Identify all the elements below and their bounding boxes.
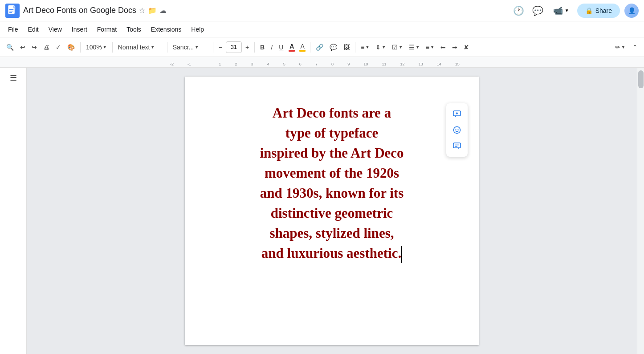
menu-bar: File Edit View Insert Format Tools Exten… [0,21,644,37]
side-toolbar [446,103,468,157]
menu-help[interactable]: Help [187,24,208,35]
menu-extensions[interactable]: Extensions [147,24,186,35]
collapse-button[interactable]: ⌃ [630,42,640,53]
bullet-list-icon: ☰ [409,44,415,51]
text-cursor [401,246,402,263]
ruler-numbers: -2-112 34567 89101112131415 [166,62,460,67]
history-icon[interactable]: 🕐 [511,4,526,18]
svg-point-9 [456,129,457,130]
text-color-button[interactable]: A [287,42,297,53]
font-size-input[interactable] [226,41,242,53]
content-line-1: Art Deco fonts are a [212,103,452,123]
zoom-value: 100% [86,44,102,51]
underline-button[interactable]: U [276,42,286,53]
page-content[interactable]: Art Deco fonts are a type of typeface in… [212,103,452,264]
menu-format[interactable]: Format [93,24,121,35]
edit-mode-area: ✏ ▼ ⌃ [612,42,640,53]
menu-view[interactable]: View [44,24,66,35]
indent-decrease-button[interactable]: ⬅ [438,42,448,53]
text-color-indicator [289,50,295,52]
highlight-button[interactable]: A [298,42,307,53]
content-line-3: inspired by the Art Deco [212,143,452,163]
chat-icon[interactable]: 💬 [530,4,545,18]
redo-button[interactable]: ↪ [29,42,40,53]
ruler-inner: -2-112 34567 89101112131415 [166,57,644,67]
checklist-button[interactable]: ☑ ▼ [389,42,405,53]
emoji-icon [452,126,461,134]
zoom-select[interactable]: 100% ▼ [83,42,110,53]
menu-tools[interactable]: Tools [122,24,146,35]
content-line-5: and 1930s, known for its [212,183,452,203]
italic-button[interactable]: I [268,42,275,53]
left-panel: ☰ [0,68,27,354]
scrollbar-area[interactable] [637,68,644,354]
title-bar: Art Deco Fonts on Google Docs ☆ 📁 ☁ 🕐 💬 … [0,0,644,21]
svg-point-10 [458,129,459,130]
bold-button[interactable]: B [257,42,267,53]
underline-label: U [279,44,283,51]
add-emoji-button[interactable] [450,123,464,137]
share-label: Share [595,7,612,14]
menu-edit[interactable]: Edit [24,24,43,35]
suggest-icon [452,142,461,151]
paint-format-button[interactable]: 🎨 [65,42,77,53]
doc-title[interactable]: Art Deco Fonts on Google Docs [23,6,136,15]
ruler: -2-112 34567 89101112131415 [0,57,644,68]
line-spacing-button[interactable]: ⇕ ▼ [373,42,388,53]
scroll-thumb[interactable] [638,70,644,88]
highlight-label: A [301,43,305,50]
bullet-list-button[interactable]: ☰ ▼ [406,42,422,53]
image-button[interactable]: 🖼 [341,42,352,53]
meet-button[interactable]: 📹 ▼ [550,4,573,17]
separator-6 [310,42,310,53]
search-button[interactable]: 🔍 [4,42,16,53]
pencil-icon: ✏ [615,44,620,51]
align-button[interactable]: ≡ ▼ [358,42,372,53]
add-comment-button[interactable] [450,107,464,121]
lock-icon: 🔒 [585,7,593,14]
spellcheck-button[interactable]: ✓ [53,42,64,53]
clear-format-button[interactable]: ✘ [461,42,472,53]
edit-mode-button[interactable]: ✏ ▼ [612,42,628,53]
svg-rect-3 [9,11,14,12]
content-line-6: distinctive geometric [212,203,452,224]
number-list-icon: ≡ [426,44,429,51]
italic-label: I [271,44,273,51]
style-select[interactable]: Normal text ▼ [115,42,164,53]
share-button[interactable]: 🔒 Share [577,4,620,18]
style-chevron: ▼ [151,45,155,49]
link-button[interactable]: 🔗 [313,42,326,53]
document-page[interactable]: Art Deco fonts are a type of typeface in… [185,77,479,345]
separator-1 [80,42,81,53]
suggest-button[interactable] [450,139,464,153]
svg-rect-4 [9,12,12,13]
text-color-label: A [289,43,294,50]
content-line-2: type of typeface [212,123,452,143]
undo-button[interactable]: ↩ [17,42,28,53]
menu-insert[interactable]: Insert [67,24,92,35]
meet-chevron: ▼ [565,8,569,13]
font-size-decrease[interactable]: − [216,42,225,53]
svg-point-8 [454,127,461,134]
font-size-increase[interactable]: + [243,42,252,53]
separator-5 [254,42,255,53]
edit-mode-chevron: ▼ [621,45,625,49]
docs-icon [5,4,20,18]
print-button[interactable]: 🖨 [41,42,52,53]
comment-button[interactable]: 💬 [327,42,340,53]
folder-icon[interactable]: 📁 [148,6,157,15]
font-select[interactable]: Sancr... ▼ [170,42,210,53]
avatar[interactable]: 👤 [624,4,639,18]
content-line-7: shapes, stylized lines, [212,224,452,244]
indent-increase-button[interactable]: ➡ [449,42,460,53]
header-right: 🕐 💬 📹 ▼ 🔒 Share 👤 [511,4,639,18]
doc-area[interactable]: Art Deco fonts are a type of typeface in… [27,68,637,354]
toolbar: 🔍 ↩ ↪ 🖨 ✓ 🎨 100% ▼ Normal text ▼ Sancr..… [0,37,644,57]
separator-2 [112,42,113,53]
outline-icon[interactable]: ☰ [10,73,17,83]
number-list-chevron: ▼ [430,45,434,49]
star-icon[interactable]: ☆ [139,6,145,15]
number-list-button[interactable]: ≡ ▼ [423,42,437,53]
align-icon: ≡ [361,44,364,51]
menu-file[interactable]: File [4,24,23,35]
